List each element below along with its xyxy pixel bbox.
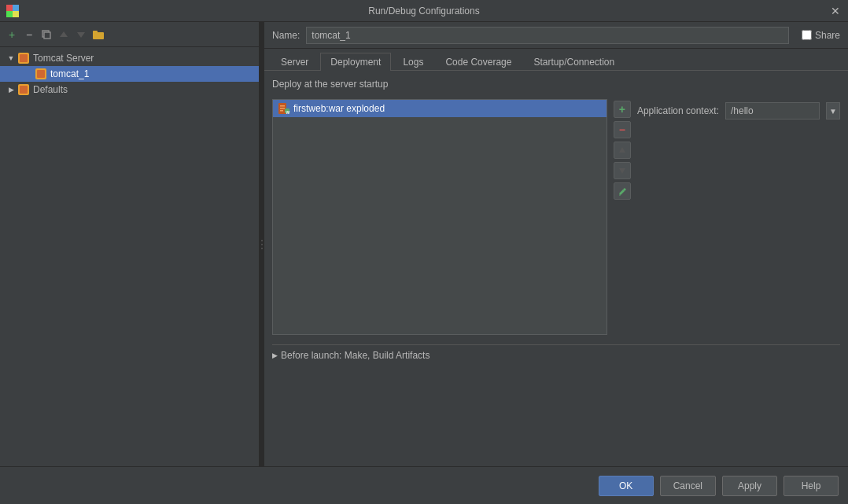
main-container: + − [0, 22, 848, 504]
dialog-title: Run/Debug Configurations [368, 6, 479, 17]
app-logo-icon [6, 5, 19, 17]
share-area: Share [802, 30, 840, 41]
tab-deployment[interactable]: Deployment [320, 53, 391, 71]
defaults-icon [17, 83, 30, 96]
remove-artifact-button[interactable]: − [614, 121, 631, 138]
tree-item-tomcat1[interactable]: ▶ tomcat_1 [0, 66, 259, 82]
move-down-artifact-button[interactable] [614, 162, 631, 179]
folder-icon [93, 30, 104, 39]
tabs-bar: Server Deployment Logs Code Coverage Sta… [264, 49, 848, 71]
name-label: Name: [272, 30, 300, 41]
svg-rect-13 [280, 110, 283, 112]
folder-button[interactable] [91, 28, 105, 42]
close-button[interactable]: ✕ [829, 5, 842, 17]
pencil-icon [618, 186, 627, 196]
chevron-down-icon: ▼ [829, 107, 837, 116]
app-context-area: Application context: ▼ [637, 99, 840, 335]
app-context-label: Application context: [637, 105, 719, 116]
arrow-up-icon [59, 30, 68, 39]
app-context-dropdown-button[interactable]: ▼ [826, 102, 840, 120]
expand-defaults-icon: ▶ [6, 85, 16, 94]
svg-rect-5 [44, 32, 50, 39]
name-input[interactable] [306, 27, 789, 44]
tomcat-server-label: Tomcat Server [33, 53, 94, 64]
copy-icon [41, 29, 52, 40]
name-bar: Name: Share [264, 22, 848, 49]
app-context-row: Application context: ▼ [637, 102, 840, 120]
help-button[interactable]: Help [783, 476, 839, 496]
apply-button[interactable]: Apply [722, 476, 777, 496]
app-context-input[interactable] [725, 102, 820, 120]
tomcat1-icon [35, 68, 47, 80]
edit-artifact-button[interactable] [614, 182, 631, 200]
war-file-icon: W [278, 102, 290, 115]
deploy-area: W firstweb:war exploded + − [272, 99, 840, 335]
svg-marker-16 [619, 147, 625, 153]
before-launch-toggle[interactable]: ▶ Before launch: Make, Build Artifacts [272, 350, 840, 361]
defaults-label: Defaults [33, 84, 68, 95]
svg-marker-17 [619, 168, 625, 174]
toolbar: + − [0, 22, 259, 47]
svg-rect-12 [280, 108, 285, 109]
before-launch-section: ▶ Before launch: Make, Build Artifacts [272, 344, 840, 361]
move-up-button[interactable] [57, 28, 71, 42]
svg-rect-9 [93, 31, 98, 34]
svg-text:W: W [286, 110, 290, 115]
copy-config-button[interactable] [39, 28, 53, 42]
svg-marker-6 [60, 31, 68, 37]
right-panel: Name: Share Server Deployment Logs [264, 22, 848, 466]
before-launch-label: Before launch: Make, Build Artifacts [281, 350, 430, 361]
tomcat1-label: tomcat_1 [50, 68, 89, 79]
deploy-section-label: Deploy at the server startup [272, 79, 840, 90]
tab-logs[interactable]: Logs [393, 53, 433, 71]
down-arrow-icon [618, 167, 626, 175]
move-down-button[interactable] [74, 28, 88, 42]
svg-marker-7 [77, 32, 85, 38]
expand-tomcat-group-icon: ▼ [6, 53, 16, 63]
tree-item-tomcat-server-group[interactable]: ▼ Tomcat Server [0, 50, 259, 66]
resizer-dots [261, 240, 263, 249]
svg-rect-11 [280, 105, 285, 107]
deployment-content: Deploy at the server startup [264, 71, 848, 466]
tomcat-group-icon [17, 52, 30, 64]
content-area: + − [0, 22, 848, 466]
share-label: Share [815, 30, 840, 41]
tree-item-defaults[interactable]: ▶ Defaults [0, 82, 259, 97]
svg-rect-2 [6, 11, 13, 17]
tab-server[interactable]: Server [271, 53, 319, 71]
left-panel: + − [0, 22, 260, 466]
cancel-button[interactable]: Cancel [660, 476, 716, 496]
bottom-bar: OK Cancel Apply Help [0, 466, 848, 504]
remove-config-button[interactable]: − [22, 28, 36, 42]
svg-rect-1 [13, 5, 19, 11]
artifact-name: firstweb:war exploded [293, 103, 385, 114]
before-launch-expand-icon: ▶ [272, 351, 278, 359]
move-up-artifact-button[interactable] [614, 142, 631, 159]
svg-rect-3 [13, 11, 19, 17]
war-artifact-icon: W [278, 102, 290, 115]
add-artifact-button[interactable]: + [614, 101, 631, 118]
arrow-down-icon [76, 30, 86, 39]
artifact-row-firstweb[interactable]: W firstweb:war exploded [273, 100, 607, 117]
svg-rect-0 [6, 5, 13, 11]
list-actions: + − [614, 99, 631, 335]
add-config-button[interactable]: + [5, 28, 19, 42]
artifact-list: W firstweb:war exploded [272, 99, 607, 335]
title-bar: Run/Debug Configurations ✕ [0, 0, 848, 22]
config-tree: ▼ Tomcat Server ▶ tomcat_1 ▶ [0, 47, 259, 466]
ok-button[interactable]: OK [599, 476, 654, 496]
up-arrow-icon [618, 146, 626, 154]
tab-startup-connection[interactable]: Startup/Connection [523, 53, 625, 71]
tab-code-coverage[interactable]: Code Coverage [435, 53, 522, 71]
share-checkbox[interactable] [802, 30, 812, 40]
